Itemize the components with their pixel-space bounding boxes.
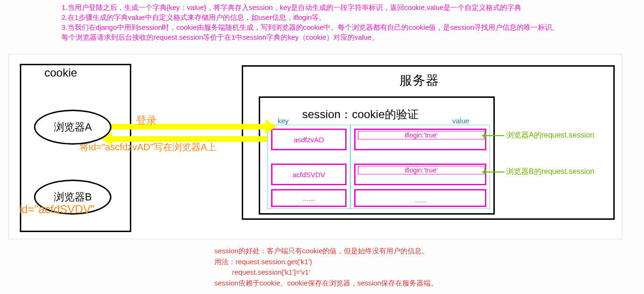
browser-a-ellipse: 浏览器A [34, 110, 111, 145]
browser-b-id-text: id="acfdSVDV" [19, 203, 94, 216]
bottom-description: session的好处：客户端只有cookie的值，但是始终没有用户的信息。 用法… [214, 246, 438, 288]
session-value-2: iflogin:'true' [354, 164, 486, 185]
session-value-2-inner: iflogin:'true' [358, 166, 484, 174]
request-session-a-arrow [486, 135, 504, 136]
browser-a-label: 浏览器A [54, 120, 92, 134]
login-arrow-right [110, 124, 266, 130]
cookie-title: cookie [44, 66, 77, 79]
bottom-line-4: session依赖于cookie。cookie保存在浏览器，session保存在… [214, 278, 438, 289]
session-title: session：cookie的验证 [302, 107, 419, 122]
server-title: 服务器 [399, 72, 439, 89]
bottom-line-2: 用法：request.session.get('k1') [214, 257, 438, 268]
request-session-a-label: 浏览器A的request.session [506, 130, 594, 140]
session-value-1-inner: iflogin:'true' [358, 131, 484, 139]
session-value-3: ...... [354, 189, 486, 207]
desc-line-4: 每个浏览器请求到后台接收的request.session等价于在1中sessio… [61, 32, 559, 42]
browser-b-label: 浏览器B [54, 190, 92, 204]
request-session-b-arrow [486, 172, 504, 173]
session-key-3: ...... [271, 189, 347, 207]
key-column-label: key [278, 117, 288, 125]
desc-line-1: 1.当用户登陆之后，生成一个字典{key：value}，将字典存入session… [61, 2, 559, 12]
login-label: 登录 [136, 113, 157, 128]
value-column-label: value [452, 117, 469, 125]
write-id-label: 将id="ascfdzvAD"写在浏览器A上 [79, 141, 216, 154]
top-description: 1.当用户登陆之后，生成一个字典{key：value}，将字典存入session… [61, 2, 559, 42]
session-key-1: asdfzvAD [271, 129, 347, 150]
bottom-line-3: request.session['k1']='v1' [214, 267, 438, 278]
desc-line-2: 2.在1步骤生成的字典value中自定义格式来存储用户的信息，如user信息，i… [61, 12, 559, 22]
session-key-2: acfdSVDV [271, 164, 347, 185]
session-value-1: iflogin:'true' [354, 129, 486, 150]
session-value-3-inner: ...... [356, 196, 485, 204]
request-session-b-label: 浏览器B的request.session [506, 167, 594, 177]
bottom-line-1: session的好处：客户端只有cookie的值，但是始终没有用户的信息。 [214, 246, 438, 257]
desc-line-3: 3.当我们在django中用到session时，cookie由服务端随机生成，写… [61, 22, 559, 32]
